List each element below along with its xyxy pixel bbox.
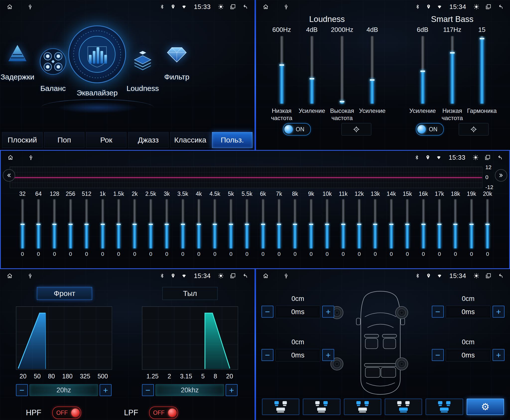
hpf-decrease-button[interactable]: − <box>16 384 28 396</box>
band-track[interactable] <box>149 199 152 248</box>
menu-item-loudness[interactable]: Loudness <box>124 42 161 93</box>
slider-track[interactable] <box>310 36 314 104</box>
delay-increase-button[interactable]: + <box>493 349 505 361</box>
preset-button[interactable]: Рок <box>86 132 127 148</box>
eq-band[interactable]: 12k 0 <box>352 191 367 265</box>
eq-band[interactable]: 3k 0 <box>160 191 174 265</box>
delay-decrease-button[interactable]: − <box>432 306 444 318</box>
slider-track[interactable] <box>370 36 374 104</box>
brightness-icon[interactable] <box>473 3 480 10</box>
recents-icon[interactable] <box>484 154 491 161</box>
vertical-slider[interactable]: 117Hz Низкая частота <box>438 26 466 122</box>
band-track[interactable] <box>213 199 216 248</box>
eq-band[interactable]: 1.5k 0 <box>111 191 126 265</box>
band-track[interactable] <box>454 199 457 248</box>
home-icon[interactable] <box>7 154 14 161</box>
preset-button[interactable]: Плоский <box>2 132 43 148</box>
tab-rear[interactable]: Тыл <box>162 287 218 300</box>
vertical-slider[interactable]: 6dB Усиление <box>408 26 437 122</box>
eq-band[interactable]: 16k 0 <box>416 191 431 265</box>
band-track[interactable] <box>406 199 409 248</box>
band-track[interactable] <box>470 199 473 248</box>
band-track[interactable] <box>165 199 168 248</box>
vertical-slider[interactable]: 15 Гармоника <box>468 26 496 122</box>
back-icon[interactable] <box>496 154 503 161</box>
band-track[interactable] <box>310 199 313 248</box>
vertical-slider[interactable]: 600Hz Низкая частота <box>267 26 296 122</box>
preset-button[interactable]: Польз. <box>212 132 253 148</box>
delay-decrease-button[interactable]: − <box>261 306 273 318</box>
settings-button[interactable]: ⚙ <box>467 399 504 415</box>
loudness-on-toggle[interactable]: ON <box>283 123 311 136</box>
menu-item-delays[interactable]: Задержки <box>0 37 36 81</box>
band-track[interactable] <box>486 199 489 248</box>
band-track[interactable] <box>229 199 233 248</box>
delay-increase-button[interactable]: + <box>493 306 505 318</box>
vertical-slider[interactable]: 4dB Усиление <box>298 26 326 122</box>
recents-icon[interactable] <box>485 273 492 279</box>
band-track[interactable] <box>181 199 185 248</box>
back-icon[interactable] <box>242 3 248 10</box>
eq-band[interactable]: 128 0 <box>47 191 62 265</box>
eq-band[interactable]: 14k 0 <box>384 191 398 265</box>
band-track[interactable] <box>261 199 265 248</box>
loudness-reset-button[interactable] <box>341 123 371 136</box>
listening-position-button-5[interactable] <box>426 399 463 415</box>
preset-button[interactable]: Джазз <box>128 132 169 148</box>
eq-band[interactable]: 4k 0 <box>191 191 206 265</box>
eq-band[interactable]: 1k 0 <box>95 191 110 265</box>
eq-band[interactable]: 19k 0 <box>464 191 479 265</box>
band-track[interactable] <box>325 199 329 248</box>
recents-icon[interactable] <box>230 3 236 10</box>
band-track[interactable] <box>69 199 72 248</box>
eq-band[interactable]: 13k 0 <box>368 191 382 265</box>
band-track[interactable] <box>117 199 120 248</box>
eq-band[interactable]: 11k 0 <box>336 191 350 265</box>
hpf-increase-button[interactable]: + <box>100 384 112 396</box>
eq-band[interactable]: 6k 0 <box>256 191 270 265</box>
eq-band[interactable]: 512 0 <box>79 191 94 265</box>
vertical-slider[interactable]: 2000Hz Высокая частота <box>328 26 356 122</box>
scroll-left-button[interactable] <box>3 169 15 182</box>
band-track[interactable] <box>133 199 136 248</box>
home-icon[interactable] <box>6 3 13 10</box>
preset-button[interactable]: Поп <box>44 132 85 148</box>
scroll-right-button[interactable] <box>495 169 507 182</box>
band-track[interactable] <box>438 199 441 248</box>
eq-band[interactable]: 5.5k 0 <box>240 191 254 265</box>
listening-position-button-3[interactable] <box>344 399 381 415</box>
menu-item-filter[interactable]: Фильтр <box>158 37 195 81</box>
band-track[interactable] <box>85 199 88 248</box>
eq-band[interactable]: 2k 0 <box>128 191 142 265</box>
eq-band[interactable]: 2.5k 0 <box>143 191 158 265</box>
listening-position-button-4[interactable] <box>385 399 422 415</box>
band-track[interactable] <box>197 199 200 248</box>
lpf-decrease-button[interactable]: − <box>142 384 154 396</box>
brightness-icon[interactable] <box>218 273 224 279</box>
listening-position-button-2[interactable] <box>303 399 340 415</box>
band-track[interactable] <box>374 199 377 248</box>
eq-band[interactable]: 5k 0 <box>224 191 238 265</box>
smartbass-on-toggle[interactable]: ON <box>416 123 444 136</box>
band-track[interactable] <box>21 199 24 248</box>
band-track[interactable] <box>37 199 40 248</box>
brightness-icon[interactable] <box>473 273 480 279</box>
recents-icon[interactable] <box>230 273 236 279</box>
eq-band[interactable]: 3.5k 0 <box>176 191 190 265</box>
slider-track[interactable] <box>421 36 425 104</box>
eq-band[interactable]: 15k 0 <box>400 191 415 265</box>
brightness-icon[interactable] <box>472 154 479 161</box>
band-track[interactable] <box>245 199 249 248</box>
eq-band[interactable]: 4.5k 0 <box>208 191 222 265</box>
delay-increase-button[interactable]: + <box>322 306 334 318</box>
delay-decrease-button[interactable]: − <box>261 349 273 361</box>
band-track[interactable] <box>293 199 297 248</box>
recents-icon[interactable] <box>485 3 492 10</box>
listening-position-button-1[interactable] <box>262 399 299 415</box>
home-icon[interactable] <box>262 3 269 10</box>
brightness-icon[interactable] <box>218 3 224 10</box>
tab-front[interactable]: Фронт <box>37 287 92 300</box>
lpf-increase-button[interactable]: + <box>226 384 238 396</box>
band-track[interactable] <box>342 199 345 248</box>
eq-band[interactable]: 10k 0 <box>320 191 334 265</box>
